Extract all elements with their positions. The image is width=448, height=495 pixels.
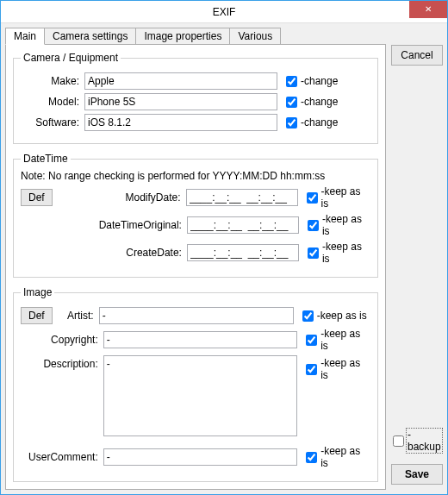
label-copyright: Copyright:: [21, 334, 103, 346]
tab-body-main: Camera / Equipment Make: -change Model: …: [5, 44, 386, 490]
checkbox-datetimeoriginal-keep[interactable]: [308, 220, 319, 231]
tab-strip: Main Camera settings Image properties Va…: [5, 28, 386, 45]
group-datetime: DateTime Note: No range checking is perf…: [13, 153, 378, 278]
input-usercomment[interactable]: [103, 448, 297, 466]
input-model[interactable]: [84, 93, 277, 110]
tab-various[interactable]: Various: [230, 28, 281, 45]
label-model-change: -change: [301, 96, 338, 108]
button-image-def[interactable]: Def: [21, 307, 53, 324]
tab-camera-settings[interactable]: Camera settings: [45, 28, 136, 45]
tab-main[interactable]: Main: [5, 28, 45, 45]
button-datetime-def[interactable]: Def: [21, 189, 53, 206]
label-artist: Artist:: [53, 310, 99, 322]
label-software: Software:: [21, 116, 84, 128]
input-make[interactable]: [84, 72, 277, 90]
label-createdate-keep: -keep as is: [322, 241, 370, 265]
label-software-change: -change: [301, 116, 338, 128]
close-icon[interactable]: ✕: [409, 1, 447, 18]
checkbox-model-change[interactable]: [286, 97, 297, 108]
label-description-keep: -keep as is: [320, 357, 370, 381]
checkbox-modifydate-keep[interactable]: [307, 192, 318, 204]
label-datetimeoriginal: DateTimeOriginal:: [21, 219, 187, 231]
label-artist-keep: -keep as is: [317, 310, 367, 322]
tab-image-properties[interactable]: Image properties: [136, 28, 230, 45]
input-artist[interactable]: [99, 307, 294, 324]
save-button[interactable]: Save: [391, 464, 443, 485]
titlebar: EXIF ✕: [1, 1, 447, 23]
checkbox-software-change[interactable]: [286, 117, 297, 128]
legend-datetime: DateTime: [21, 153, 71, 165]
checkbox-description-keep[interactable]: [306, 364, 317, 375]
checkbox-make-change[interactable]: [286, 76, 297, 87]
label-usercomment: UserComment:: [21, 451, 103, 463]
checkbox-copyright-keep[interactable]: [306, 335, 317, 346]
input-copyright[interactable]: [103, 331, 297, 348]
note-datetime: Note: No range checking is performed for…: [21, 170, 370, 182]
input-modifydate[interactable]: [186, 189, 298, 206]
label-make-change: -change: [301, 75, 338, 87]
group-image: Image Def Artist: -keep as is Copyright:…: [13, 286, 378, 482]
label-modifydate-keep: -keep as is: [321, 185, 371, 210]
label-modifydate: ModifyDate:: [53, 191, 186, 204]
checkbox-createdate-keep[interactable]: [308, 248, 319, 259]
label-description: Description:: [21, 355, 103, 370]
group-camera-equipment: Camera / Equipment Make: -change Model: …: [13, 52, 378, 144]
legend-image: Image: [21, 286, 54, 298]
legend-camera-equipment: Camera / Equipment: [21, 52, 121, 64]
label-createdate: CreateDate:: [21, 247, 187, 259]
input-datetimeoriginal[interactable]: [187, 216, 299, 234]
checkbox-artist-keep[interactable]: [302, 310, 314, 322]
label-datetimeoriginal-keep: -keep as is: [322, 213, 370, 237]
label-make: Make:: [21, 75, 84, 87]
input-createdate[interactable]: [187, 244, 299, 261]
cancel-button[interactable]: Cancel: [391, 45, 443, 66]
label-copyright-keep: -keep as is: [320, 328, 370, 352]
label-model: Model:: [21, 96, 84, 108]
checkbox-usercomment-keep[interactable]: [306, 452, 317, 463]
label-backup: -backup: [406, 428, 443, 454]
input-software[interactable]: [84, 114, 277, 131]
window-title: EXIF: [1, 6, 447, 18]
checkbox-backup[interactable]: [393, 435, 404, 447]
label-usercomment-keep: -keep as is: [320, 445, 370, 469]
input-description[interactable]: [103, 355, 297, 436]
